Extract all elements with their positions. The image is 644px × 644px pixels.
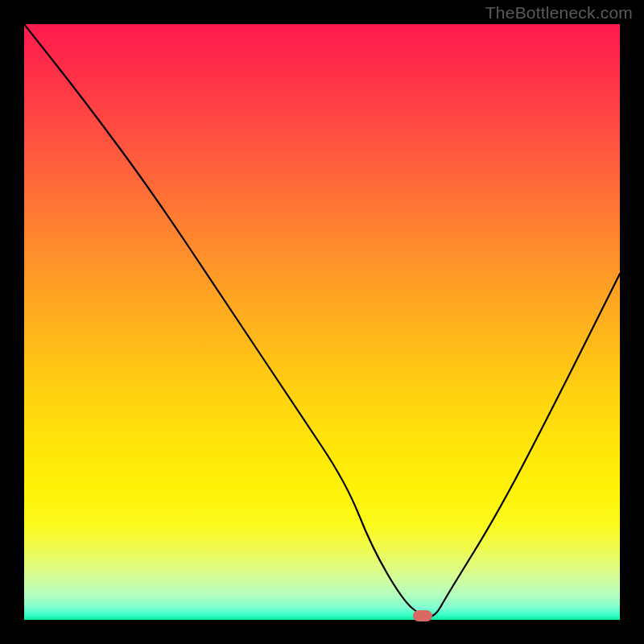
watermark-label: TheBottleneck.com: [485, 3, 633, 23]
chart-curve-layer: [24, 24, 620, 620]
chart-plot-area: [24, 24, 620, 620]
bottleneck-curve-path: [24, 24, 620, 617]
optimal-point-marker: [413, 610, 432, 621]
